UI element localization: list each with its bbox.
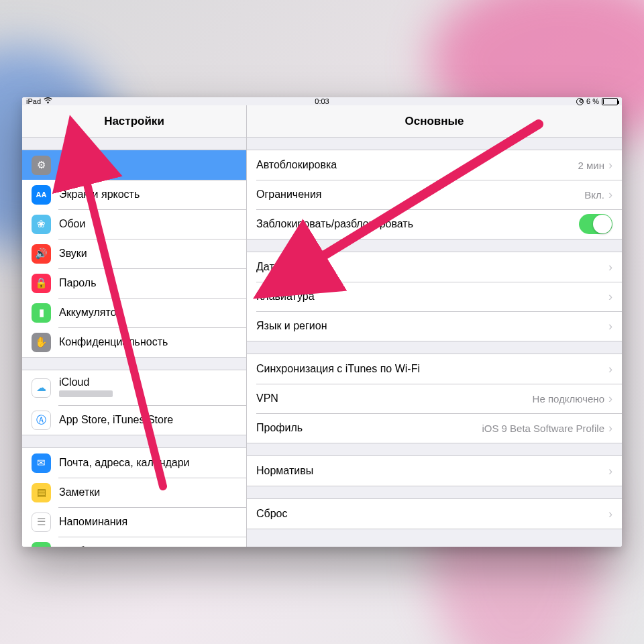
detail-title: Основные	[247, 105, 622, 138]
detail-row-label: Ограничения	[256, 189, 584, 201]
sidebar-item-label: Экран и яркость	[59, 189, 237, 201]
chevron-right-icon: ›	[608, 290, 612, 303]
detail-row-value: Не подключено	[533, 393, 604, 405]
detail-row-label: Клавиатура	[256, 290, 608, 303]
sidebar-item-label: Основные	[59, 159, 237, 171]
sidebar-item-display[interactable]: AAЭкран и яркость	[22, 180, 246, 209]
sidebar-item-label: App Store, iTunes Store	[59, 414, 237, 426]
detail-row-lockunlock[interactable]: Заблокировать/разблокировать	[247, 209, 622, 239]
sidebar-item-messages[interactable]: ✉︎Сообщения	[22, 537, 246, 547]
passcode-icon: 🔒	[32, 274, 51, 293]
detail-row-label: Профиль	[256, 422, 482, 434]
chevron-right-icon: ›	[608, 261, 612, 273]
general-icon: ⚙︎	[32, 156, 51, 175]
detail-row-label: VPN	[256, 392, 533, 405]
detail-row-itunes-sync[interactable]: Синхронизация с iTunes по Wi-Fi›	[247, 354, 622, 384]
detail-row-datetime[interactable]: Дата и время›	[247, 252, 622, 282]
sidebar-item-reminders[interactable]: ☰Напоминания	[22, 507, 246, 537]
sidebar-item-icloud[interactable]: ☁︎iCloud	[22, 370, 246, 405]
detail-row-label: Дата и время	[256, 261, 608, 273]
mail-icon: ✉︎	[32, 453, 51, 473]
detail-row-label: Автоблокировка	[256, 159, 578, 171]
sidebar-item-passcode[interactable]: 🔒Пароль	[22, 268, 246, 298]
detail-row-keyboard[interactable]: Клавиатура›	[247, 282, 622, 311]
notes-icon: ▤	[32, 483, 51, 502]
detail-pane: Основные Автоблокировка2 мин›Ограничения…	[247, 105, 622, 547]
status-bar: iPad 0:03 6 %	[22, 97, 622, 105]
sidebar-item-label: Пароль	[59, 277, 237, 289]
wallpaper-icon: ❀	[32, 215, 51, 234]
sidebar-item-notes[interactable]: ▤Заметки	[22, 478, 246, 507]
lockunlock-toggle[interactable]	[579, 214, 612, 234]
sidebar-title: Настройки	[22, 105, 246, 138]
chevron-right-icon: ›	[608, 189, 612, 201]
chevron-right-icon: ›	[608, 392, 612, 405]
messages-icon: ✉︎	[32, 542, 51, 547]
sidebar-item-wallpaper[interactable]: ❀Обои	[22, 209, 246, 239]
chevron-right-icon: ›	[608, 363, 612, 375]
privacy-icon: ✋	[32, 333, 51, 352]
icloud-account-redacted	[59, 390, 113, 397]
battery-icon: ▮	[32, 303, 51, 323]
ipad-device-frame: iPad 0:03 6 % Настройки ⚙︎ОсновныеAAЭкра…	[22, 97, 622, 547]
sidebar-item-label: iCloud	[59, 376, 237, 388]
icloud-icon: ☁︎	[32, 378, 51, 398]
reminders-icon: ☰	[32, 513, 51, 532]
battery-percent: 6 %	[586, 97, 599, 105]
sidebar-item-label: Аккумулятор	[59, 307, 237, 319]
detail-row-value: 2 мин	[578, 160, 605, 171]
detail-row-restrictions[interactable]: ОграниченияВкл.›	[247, 180, 622, 209]
detail-row-label: Сброс	[256, 508, 608, 520]
battery-icon	[602, 98, 618, 105]
chevron-right-icon: ›	[608, 422, 612, 434]
device-name: iPad	[26, 97, 41, 105]
detail-row-vpn[interactable]: VPNНе подключено›	[247, 384, 622, 413]
detail-row-label: Заблокировать/разблокировать	[256, 218, 579, 230]
stores-icon: Ⓐ	[32, 411, 51, 430]
chevron-right-icon: ›	[608, 465, 612, 477]
sidebar-item-mail[interactable]: ✉︎Почта, адреса, календари	[22, 448, 246, 478]
sidebar-item-label: Напоминания	[59, 516, 237, 528]
detail-row-autolock[interactable]: Автоблокировка2 мин›	[247, 150, 622, 180]
sidebar-item-battery[interactable]: ▮Аккумулятор	[22, 298, 246, 327]
do-not-disturb-icon	[576, 98, 584, 105]
detail-row-reset[interactable]: Сброс›	[247, 499, 622, 529]
status-time: 0:03	[22, 97, 622, 105]
sidebar-item-label: Обои	[59, 218, 237, 230]
wifi-icon	[44, 97, 52, 105]
sidebar-item-label: Звуки	[59, 248, 237, 260]
sidebar-item-label: Почта, адреса, календари	[59, 457, 237, 469]
chevron-right-icon: ›	[608, 508, 612, 520]
sidebar-item-label: Сообщения	[59, 545, 237, 547]
sidebar-item-sounds[interactable]: 🔊Звуки	[22, 239, 246, 268]
detail-row-language[interactable]: Язык и регион›	[247, 311, 622, 341]
detail-row-regulatory[interactable]: Нормативы›	[247, 456, 622, 486]
detail-row-profile[interactable]: ПрофильiOS 9 Beta Software Profile›	[247, 413, 622, 443]
sidebar-item-general[interactable]: ⚙︎Основные	[22, 150, 246, 180]
sounds-icon: 🔊	[32, 244, 51, 264]
chevron-right-icon: ›	[608, 159, 612, 171]
display-icon: AA	[32, 185, 51, 205]
detail-row-value: iOS 9 Beta Software Profile	[482, 423, 604, 434]
detail-row-value: Вкл.	[584, 189, 604, 201]
detail-row-label: Язык и регион	[256, 320, 608, 332]
detail-row-label: Нормативы	[256, 465, 608, 477]
sidebar-item-label: Заметки	[59, 486, 237, 498]
settings-sidebar: Настройки ⚙︎ОсновныеAAЭкран и яркость❀Об…	[22, 105, 247, 547]
detail-row-label: Синхронизация с iTunes по Wi-Fi	[256, 363, 608, 375]
chevron-right-icon: ›	[608, 320, 612, 332]
sidebar-item-stores[interactable]: ⒶApp Store, iTunes Store	[22, 405, 246, 435]
sidebar-item-privacy[interactable]: ✋Конфиденциальность	[22, 327, 246, 357]
sidebar-item-label: Конфиденциальность	[59, 336, 237, 348]
